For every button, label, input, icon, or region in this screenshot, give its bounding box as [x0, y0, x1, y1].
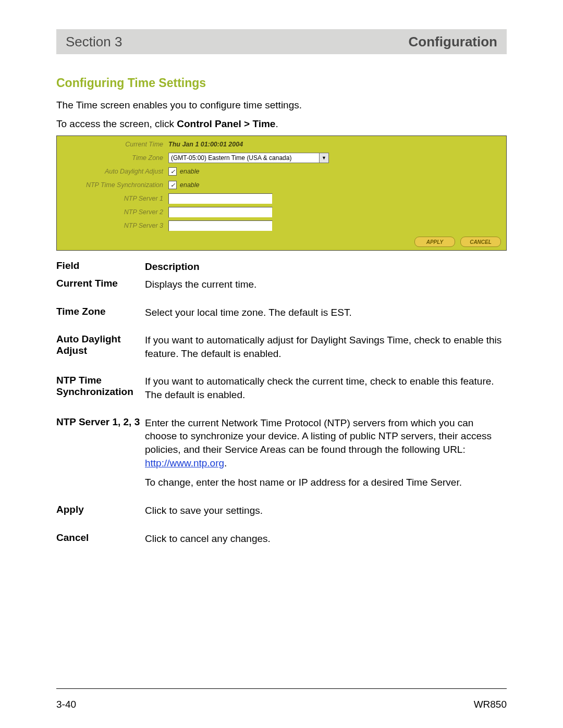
- label-auto-daylight: Auto Daylight Adjust: [60, 168, 168, 175]
- label-ntp2: NTP Server 2: [60, 208, 168, 216]
- page-number: 3-40: [56, 699, 76, 710]
- field-name: Time Zone: [56, 306, 145, 317]
- row-ntp-sync: NTP Time Synchronization ✓ enable: [60, 178, 503, 192]
- field-desc: Enter the current Network Time Protocol …: [145, 416, 507, 489]
- row-ntp1: NTP Server 1: [60, 192, 503, 205]
- row-ntp2: NTP Server 2: [60, 205, 503, 219]
- field-name: Apply: [56, 504, 145, 515]
- ntp-org-link[interactable]: http://www.ntp.org: [145, 458, 224, 468]
- ntp-desc-pre: Enter the current Network Time Protocol …: [145, 417, 492, 455]
- ntp-desc-post: .: [224, 458, 227, 468]
- table-row: Auto Daylight Adjust If you want to auto…: [56, 334, 507, 360]
- page-header-bar: Section 3 Configuration: [56, 29, 507, 54]
- field-desc: Click to cancel any changes.: [145, 532, 507, 546]
- field-desc: Click to save your settings.: [145, 504, 507, 517]
- dropdown-arrow-icon[interactable]: ▼: [320, 153, 329, 163]
- auto-daylight-checkbox[interactable]: ✓: [168, 167, 177, 176]
- field-name: NTP Server 1, 2, 3: [56, 416, 145, 428]
- label-ntp1: NTP Server 1: [60, 195, 168, 202]
- value-current-time: Thu Jan 1 01:00:01 2004: [168, 141, 243, 148]
- auto-daylight-enable-text: enable: [180, 168, 200, 175]
- field-name: NTP Time Synchronization: [56, 375, 145, 398]
- field-name: Cancel: [56, 532, 145, 544]
- intro-2-pre: To access the screen, click: [56, 118, 177, 129]
- footer-rule: [56, 688, 507, 689]
- field-desc: Displays the current time.: [145, 278, 507, 291]
- intro-paragraph-1: The Time screen enables you to configure…: [56, 98, 507, 112]
- field-name: Current Time: [56, 278, 145, 289]
- col-header-desc: Description: [145, 260, 507, 274]
- ntp-server-3-input[interactable]: [168, 220, 273, 231]
- section-label: Section 3: [66, 34, 122, 50]
- table-row: Time Zone Select your local time zone. T…: [56, 306, 507, 319]
- intro-2-post: .: [275, 118, 278, 129]
- ntp-desc-2: To change, enter the host name or IP add…: [145, 476, 507, 489]
- table-row: Cancel Click to cancel any changes.: [56, 532, 507, 546]
- ntp-server-1-input[interactable]: [168, 193, 273, 204]
- table-row: NTP Server 1, 2, 3 Enter the current Net…: [56, 416, 507, 489]
- table-header-row: Field Description: [56, 260, 507, 274]
- table-row: Current Time Displays the current time.: [56, 278, 507, 291]
- subheading: Configuring Time Settings: [56, 76, 507, 90]
- time-zone-select[interactable]: (GMT-05:00) Eastern Time (USA & canada) …: [168, 153, 329, 163]
- label-current-time: Current Time: [60, 141, 168, 148]
- cancel-button[interactable]: CANCEL: [460, 237, 501, 247]
- row-auto-daylight: Auto Daylight Adjust ✓ enable: [60, 165, 503, 178]
- apply-button[interactable]: APPLY: [414, 237, 455, 247]
- label-time-zone: Time Zone: [60, 154, 168, 162]
- time-config-panel: Current Time Thu Jan 1 01:00:01 2004 Tim…: [56, 135, 507, 251]
- page-title: Configuration: [409, 34, 497, 50]
- model-id: WR850: [474, 699, 507, 710]
- time-zone-value: (GMT-05:00) Eastern Time (USA & canada): [168, 153, 320, 163]
- panel-button-row: APPLY CANCEL: [57, 235, 506, 250]
- field-name: Auto Daylight Adjust: [56, 334, 145, 356]
- ntp-sync-enable-text: enable: [180, 181, 200, 189]
- field-description-table: Field Description Current Time Displays …: [56, 260, 507, 545]
- intro-2-strong: Control Panel > Time: [177, 118, 275, 129]
- ntp-sync-checkbox[interactable]: ✓: [168, 181, 177, 189]
- footer: 3-40 WR850: [56, 699, 507, 710]
- label-ntp-sync: NTP Time Synchronization: [60, 181, 168, 189]
- table-row: NTP Time Synchronization If you want to …: [56, 375, 507, 401]
- row-time-zone: Time Zone (GMT-05:00) Eastern Time (USA …: [60, 151, 503, 165]
- label-ntp3: NTP Server 3: [60, 222, 168, 229]
- col-header-field: Field: [56, 260, 145, 272]
- field-desc: If you want to automatically adjust for …: [145, 334, 507, 360]
- intro-paragraph-2: To access the screen, click Control Pane…: [56, 117, 507, 131]
- row-ntp3: NTP Server 3: [60, 219, 503, 232]
- ntp-server-2-input[interactable]: [168, 207, 273, 218]
- row-current-time: Current Time Thu Jan 1 01:00:01 2004: [60, 138, 503, 151]
- table-row: Apply Click to save your settings.: [56, 504, 507, 517]
- field-desc: If you want to automatically check the c…: [145, 375, 507, 401]
- field-desc: Select your local time zone. The default…: [145, 306, 507, 319]
